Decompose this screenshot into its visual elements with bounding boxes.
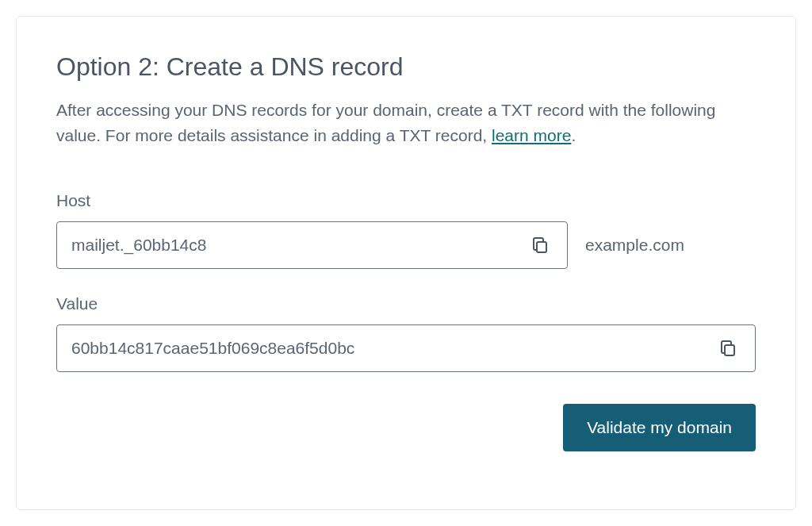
host-input-wrapper (56, 221, 568, 269)
value-input[interactable] (71, 339, 715, 358)
host-row: example.com (56, 221, 756, 269)
section-heading: Option 2: Create a DNS record (56, 52, 756, 82)
svg-rect-1 (725, 345, 734, 355)
copy-host-button[interactable] (527, 232, 553, 258)
host-section: Host example.com (56, 191, 756, 269)
value-label: Value (56, 294, 756, 313)
copy-value-button[interactable] (715, 336, 741, 361)
learn-more-link[interactable]: learn more (492, 126, 571, 144)
description-text-end: . (571, 126, 576, 144)
dns-record-card: Option 2: Create a DNS record After acce… (16, 16, 796, 510)
description-text: After accessing your DNS records for you… (56, 101, 715, 144)
validate-button[interactable]: Validate my domain (563, 404, 756, 451)
host-label: Host (56, 191, 756, 210)
value-input-wrapper (56, 324, 756, 372)
section-description: After accessing your DNS records for you… (56, 98, 756, 148)
domain-suffix: example.com (585, 236, 684, 255)
actions-row: Validate my domain (56, 404, 756, 451)
copy-icon (530, 236, 550, 255)
host-input[interactable] (71, 236, 527, 255)
copy-icon (718, 339, 737, 358)
value-section: Value (56, 294, 756, 372)
svg-rect-0 (537, 242, 546, 252)
